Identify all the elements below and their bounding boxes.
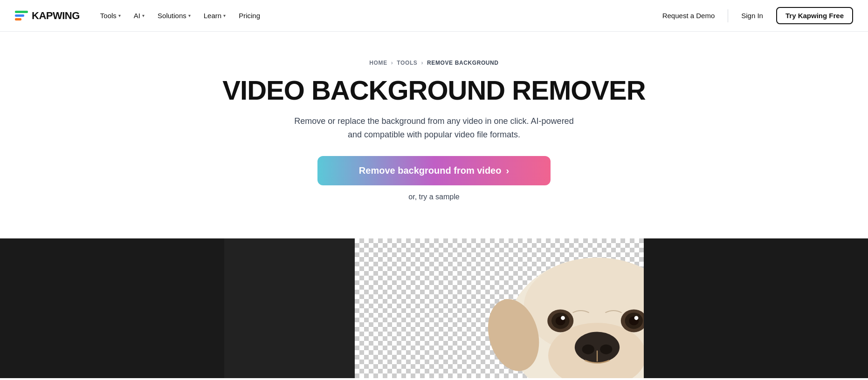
remove-background-button[interactable]: Remove background from video ›: [317, 156, 551, 185]
chevron-down-icon: ▾: [118, 13, 121, 18]
demo-dark-bg: [224, 238, 355, 378]
hero-description: Remove or replace the background from an…: [294, 115, 574, 142]
nav-ai[interactable]: AI ▾: [128, 8, 150, 23]
logo-bar-blue: [15, 14, 24, 17]
logo-text: KAPWING: [32, 10, 80, 22]
nav-links: Tools ▾ AI ▾ Solutions ▾ Learn ▾ Pricing: [95, 8, 655, 23]
nav-divider: [728, 9, 728, 22]
dog-illustration: [434, 243, 644, 378]
breadcrumb-sep-2: ›: [421, 60, 423, 66]
nav-pricing[interactable]: Pricing: [233, 8, 266, 23]
nav-solutions-label: Solutions: [158, 12, 186, 20]
logo-icon: [15, 11, 28, 21]
breadcrumb-home[interactable]: HOME: [369, 60, 387, 66]
page-title: VIDEO BACKGROUND REMOVER: [9, 75, 859, 105]
sign-in-link[interactable]: Sign In: [734, 8, 771, 23]
cta-area: Remove background from video › or, try a…: [9, 156, 859, 220]
try-kapwing-button[interactable]: Try Kapwing Free: [776, 7, 853, 24]
breadcrumb-current: REMOVE BACKGROUND: [427, 60, 499, 66]
nav-tools-label: Tools: [100, 12, 117, 20]
nav-right: Request a Demo Sign In Try Kapwing Free: [655, 7, 853, 24]
logo-link[interactable]: KAPWING: [15, 10, 80, 22]
breadcrumb-sep-1: ›: [391, 60, 393, 66]
demo-inner: [224, 238, 644, 378]
nav-pricing-label: Pricing: [239, 12, 260, 20]
nav-tools[interactable]: Tools ▾: [95, 8, 126, 23]
logo-bar-orange: [15, 18, 21, 20]
nav-learn[interactable]: Learn ▾: [198, 8, 231, 23]
svg-point-7: [600, 345, 612, 354]
or-sample-text[interactable]: or, try a sample: [408, 193, 459, 201]
chevron-down-icon: ▾: [223, 13, 226, 18]
navbar: KAPWING Tools ▾ AI ▾ Solutions ▾ Learn ▾…: [0, 0, 868, 32]
nav-learn-label: Learn: [204, 12, 221, 20]
demo-area: [0, 238, 868, 378]
cta-label: Remove background from video: [359, 165, 502, 176]
svg-point-6: [582, 345, 594, 354]
chevron-right-icon: ›: [506, 165, 509, 176]
breadcrumb-tools[interactable]: TOOLS: [397, 60, 417, 66]
nav-ai-label: AI: [134, 12, 140, 20]
nav-solutions[interactable]: Solutions ▾: [152, 8, 196, 23]
request-demo-link[interactable]: Request a Demo: [655, 8, 723, 23]
breadcrumb: HOME › TOOLS › REMOVE BACKGROUND: [9, 60, 859, 66]
chevron-down-icon: ▾: [188, 13, 191, 18]
logo-bar-green: [15, 11, 28, 13]
svg-point-15: [634, 316, 639, 320]
demo-transparent-bg: [355, 238, 644, 378]
svg-point-11: [561, 316, 565, 320]
chevron-down-icon: ▾: [142, 13, 145, 18]
hero-section: HOME › TOOLS › REMOVE BACKGROUND VIDEO B…: [0, 32, 868, 238]
